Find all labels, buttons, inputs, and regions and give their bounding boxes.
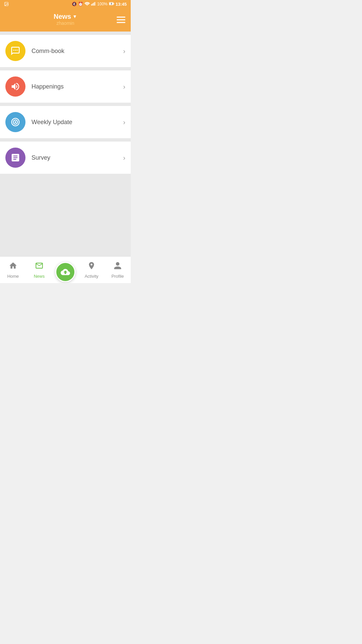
top-divider (0, 32, 131, 35)
svg-rect-5 (94, 2, 95, 6)
hamburger-line-3 (117, 22, 125, 23)
battery-icon (109, 2, 114, 7)
weekly-update-item[interactable]: Weekly Update › (0, 106, 131, 138)
battery-text: 100% (97, 2, 108, 6)
survey-icon (10, 153, 20, 163)
happenings-item[interactable]: Happenings › (0, 70, 131, 103)
comm-book-icon-circle (5, 41, 25, 61)
hamburger-line-1 (117, 17, 125, 18)
hamburger-menu-button[interactable] (117, 17, 125, 23)
signal-icon (91, 2, 96, 7)
survey-item[interactable]: Survey › (0, 142, 131, 174)
divider-2 (0, 103, 131, 106)
svg-rect-2 (91, 4, 92, 5)
profile-icon (113, 261, 122, 272)
nav-item-profile[interactable]: Profile (105, 261, 131, 279)
nav-profile-label: Profile (112, 274, 124, 279)
comm-book-label: Comm-book (32, 48, 123, 55)
bottom-nav: Home News Activity (0, 256, 131, 283)
svg-point-11 (15, 50, 16, 51)
weekly-update-icon-circle (5, 112, 25, 132)
weekly-update-chevron: › (123, 118, 125, 126)
happenings-label: Happenings (32, 83, 123, 90)
survey-chevron: › (123, 154, 125, 162)
nav-home-label: Home (7, 274, 19, 279)
svg-rect-6 (96, 2, 96, 5)
app-header: News ▼ zhaomin (0, 8, 131, 32)
nav-item-activity[interactable]: Activity (78, 261, 105, 279)
dropdown-arrow-icon: ▼ (72, 14, 77, 19)
weekly-update-label: Weekly Update (32, 119, 123, 126)
bottom-spacer (0, 174, 131, 256)
nav-item-news[interactable]: News (26, 261, 52, 279)
svg-rect-8 (113, 3, 114, 4)
happenings-icon-circle (5, 76, 25, 97)
happenings-chevron: › (123, 83, 125, 91)
survey-label: Survey (32, 154, 123, 161)
svg-rect-4 (93, 3, 94, 5)
hamburger-line-2 (117, 19, 125, 20)
comm-book-chevron: › (123, 47, 125, 55)
activity-icon (87, 261, 96, 272)
divider-3 (0, 138, 131, 142)
header-title-group: News ▼ zhaomin (54, 13, 77, 26)
upload-fab-button[interactable] (55, 262, 75, 282)
svg-rect-3 (92, 3, 93, 5)
nav-news-label: News (34, 274, 45, 279)
chat-icon (10, 46, 20, 56)
nav-activity-label: Activity (84, 274, 98, 279)
svg-point-1 (5, 3, 6, 4)
photo-icon (4, 2, 9, 6)
nav-item-home[interactable]: Home (0, 261, 26, 279)
mute-icon: 🔇 (72, 2, 77, 6)
header-title: News (54, 13, 71, 20)
svg-point-10 (13, 50, 14, 51)
svg-point-12 (17, 50, 18, 51)
speaker-icon (10, 82, 20, 92)
alarm-icon: ⏰ (78, 2, 83, 6)
survey-icon-circle (5, 148, 25, 168)
status-bar: 🔇 ⏰ 100% 13:45 (0, 0, 131, 8)
divider-1 (0, 67, 131, 70)
status-left (4, 2, 9, 6)
status-time: 13:45 (116, 2, 127, 7)
wifi-icon (84, 2, 90, 7)
home-icon (9, 261, 17, 272)
status-right: 🔇 ⏰ 100% 13:45 (72, 2, 127, 7)
target-icon (10, 117, 20, 127)
upload-icon (61, 267, 70, 277)
news-icon (35, 261, 44, 272)
comm-book-item[interactable]: Comm-book › (0, 35, 131, 67)
header-subtitle: zhaomin (54, 20, 77, 26)
main-content: Comm-book › Happenings › Weekly Update › (0, 32, 131, 256)
nav-item-upload[interactable] (52, 269, 78, 271)
svg-point-13 (15, 121, 16, 123)
